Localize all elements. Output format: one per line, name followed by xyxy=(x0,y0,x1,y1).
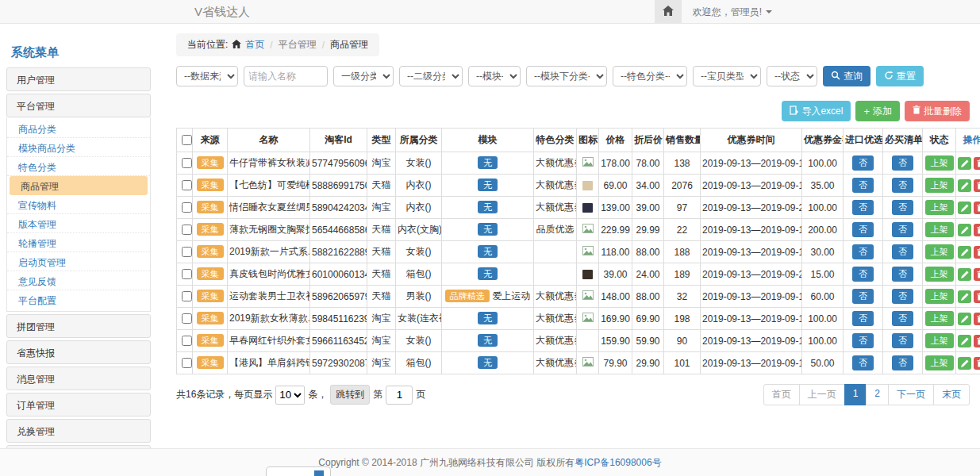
must-buy-toggle[interactable]: 否 xyxy=(892,155,913,171)
page-number-input[interactable] xyxy=(386,386,413,405)
delete-button[interactable] xyxy=(974,335,980,347)
status-toggle[interactable]: 上架 xyxy=(925,355,954,370)
sidebar-group[interactable]: 兑换管理 xyxy=(6,419,151,443)
level1-category-select[interactable]: 一级分类 xyxy=(333,66,394,86)
edit-button[interactable] xyxy=(958,357,971,370)
must-buy-toggle[interactable]: 否 xyxy=(892,355,913,370)
status-toggle[interactable]: 上架 xyxy=(925,244,954,259)
sidebar-item[interactable]: 轮播管理 xyxy=(7,233,150,252)
status-toggle[interactable]: 上架 xyxy=(925,289,954,304)
edit-button[interactable] xyxy=(958,202,971,214)
sidebar-group[interactable]: 拼团管理 xyxy=(6,314,151,338)
import-select-toggle[interactable]: 否 xyxy=(852,178,874,193)
status-toggle[interactable]: 上架 xyxy=(925,267,954,282)
reset-button[interactable]: 重置 xyxy=(876,66,924,86)
edit-button[interactable] xyxy=(958,313,971,325)
page-button[interactable]: 2 xyxy=(866,384,889,405)
delete-button[interactable] xyxy=(974,313,980,325)
feature-category-select[interactable]: --特色分类-- xyxy=(613,66,687,86)
delete-button[interactable] xyxy=(974,202,980,214)
page-button[interactable]: 末页 xyxy=(933,384,970,405)
row-checkbox[interactable] xyxy=(182,180,192,190)
sidebar-group[interactable]: 订单管理 xyxy=(6,393,151,416)
page-button[interactable]: 下一页 xyxy=(888,384,934,405)
sidebar-group[interactable]: 省惠快报 xyxy=(6,340,151,364)
sidebar-item[interactable]: 版本管理 xyxy=(7,214,150,233)
breadcrumb-home-link[interactable]: 首页 xyxy=(245,38,264,52)
import-select-toggle[interactable]: 否 xyxy=(852,311,874,326)
row-checkbox[interactable] xyxy=(182,269,192,279)
import-select-toggle[interactable]: 否 xyxy=(852,355,874,370)
item-type-select[interactable]: --宝贝类型-- xyxy=(693,66,761,86)
sidebar-item[interactable]: 商品分类 xyxy=(7,119,150,138)
edit-button[interactable] xyxy=(958,224,971,236)
sidebar-item[interactable]: 商品管理 xyxy=(10,176,148,195)
delete-button[interactable] xyxy=(974,268,980,281)
batch-delete-button[interactable]: 批量删除 xyxy=(905,101,970,121)
edit-button[interactable] xyxy=(958,290,971,303)
must-buy-toggle[interactable]: 否 xyxy=(892,267,913,282)
import-select-toggle[interactable]: 否 xyxy=(852,222,874,237)
status-toggle[interactable]: 上架 xyxy=(925,155,954,171)
status-toggle[interactable]: 上架 xyxy=(925,222,954,237)
row-checkbox[interactable] xyxy=(182,358,192,368)
edit-button[interactable] xyxy=(958,335,971,347)
module-sub-category-select[interactable]: --模块下分类-- xyxy=(526,66,607,86)
row-checkbox[interactable] xyxy=(182,247,192,257)
level2-category-select[interactable]: --二级分类-- xyxy=(399,66,463,86)
import-select-toggle[interactable]: 否 xyxy=(852,155,874,171)
sidebar-item[interactable]: 意见反馈 xyxy=(7,271,150,290)
delete-button[interactable] xyxy=(974,179,980,192)
must-buy-toggle[interactable]: 否 xyxy=(892,178,913,193)
edit-button[interactable] xyxy=(958,268,971,281)
sidebar-item[interactable]: 特色分类 xyxy=(7,157,150,176)
import-select-toggle[interactable]: 否 xyxy=(852,200,874,215)
data-source-select[interactable]: --数据来源-- xyxy=(176,66,238,86)
must-buy-toggle[interactable]: 否 xyxy=(892,289,913,304)
delete-button[interactable] xyxy=(974,290,980,303)
delete-button[interactable] xyxy=(974,157,980,170)
sidebar-group[interactable]: 平台管理 xyxy=(6,94,151,117)
search-button[interactable]: 查询 xyxy=(823,66,870,86)
sidebar-group[interactable]: 用户管理 xyxy=(6,67,151,91)
row-checkbox[interactable] xyxy=(182,313,192,324)
import-excel-button[interactable]: 导入excel xyxy=(782,101,851,121)
row-checkbox[interactable] xyxy=(182,291,192,301)
user-menu[interactable]: 欢迎您，管理员! xyxy=(682,0,783,24)
must-buy-toggle[interactable]: 否 xyxy=(892,333,913,348)
sidebar-item[interactable]: 启动页管理 xyxy=(7,252,150,271)
page-button[interactable]: 1 xyxy=(844,384,867,405)
page-button[interactable]: 上一页 xyxy=(799,384,845,405)
page-button[interactable]: 首页 xyxy=(763,384,800,405)
per-page-select[interactable]: 10 xyxy=(275,386,305,405)
row-checkbox[interactable] xyxy=(182,158,192,168)
status-select[interactable]: --状态-- xyxy=(767,66,817,86)
row-checkbox[interactable] xyxy=(182,225,192,235)
import-select-toggle[interactable]: 否 xyxy=(852,267,874,282)
status-toggle[interactable]: 上架 xyxy=(925,178,954,193)
icp-link[interactable]: 粤ICP备16098006号 xyxy=(575,456,661,470)
sidebar-item[interactable]: 模块商品分类 xyxy=(7,138,150,157)
add-button[interactable]: + 添加 xyxy=(855,101,900,121)
edit-button[interactable] xyxy=(958,157,971,170)
import-select-toggle[interactable]: 否 xyxy=(852,289,874,304)
row-checkbox[interactable] xyxy=(182,202,192,213)
name-input[interactable] xyxy=(244,66,328,86)
home-nav-button[interactable] xyxy=(655,0,682,24)
must-buy-toggle[interactable]: 否 xyxy=(892,200,913,215)
delete-button[interactable] xyxy=(974,357,980,370)
edit-button[interactable] xyxy=(958,246,971,259)
sidebar-item[interactable]: 平台配置 xyxy=(7,290,150,309)
import-select-toggle[interactable]: 否 xyxy=(852,244,874,259)
select-all-checkbox[interactable] xyxy=(182,135,192,145)
sidebar-item[interactable]: 宣传物料 xyxy=(7,195,150,214)
edit-button[interactable] xyxy=(958,179,971,192)
row-checkbox[interactable] xyxy=(182,336,192,346)
must-buy-toggle[interactable]: 否 xyxy=(892,311,913,326)
must-buy-toggle[interactable]: 否 xyxy=(892,222,913,237)
status-toggle[interactable]: 上架 xyxy=(925,200,954,215)
sidebar-group[interactable]: 消息管理 xyxy=(6,367,151,390)
jump-button[interactable]: 跳转到 xyxy=(330,385,370,405)
import-select-toggle[interactable]: 否 xyxy=(852,333,874,348)
delete-button[interactable] xyxy=(974,246,980,259)
